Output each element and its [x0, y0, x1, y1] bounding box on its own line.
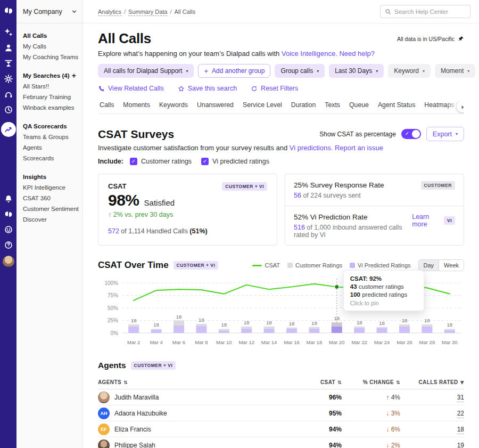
report-issue-link[interactable]: Report an issue — [335, 144, 383, 152]
tab-agent-status[interactable]: Agent Status — [376, 101, 417, 113]
tab-texts[interactable]: Texts — [323, 101, 342, 113]
timezone-text: All data is in US/Pacific — [397, 36, 455, 42]
csat-percentage-toggle[interactable]: ✓ — [401, 129, 421, 139]
toggle-knob — [412, 130, 420, 138]
pin-icon[interactable] — [458, 36, 464, 42]
sidebar-item-my-coaching-teams[interactable]: My Coaching Teams — [23, 52, 82, 62]
tooltip-title: CSAT: 92% — [350, 275, 417, 282]
plus-icon: + — [204, 67, 208, 75]
rated-calls-link[interactable]: 516 — [294, 224, 305, 231]
search-input[interactable] — [394, 9, 466, 15]
column-header-agents[interactable]: AGENTS⇅ — [98, 379, 299, 385]
sidebar-item-my-calls[interactable]: My Calls — [23, 41, 82, 52]
sidebar-item-agents[interactable]: Agents — [23, 142, 82, 153]
column-label: AGENTS — [98, 379, 121, 385]
agent-row-philippe-salah[interactable]: Philippe Salah94%↓ 2%19 — [98, 437, 464, 448]
company-switcher[interactable]: My Company — [16, 0, 82, 23]
column-label: CALLS RATED — [418, 379, 458, 385]
sidebar-item-all-calls[interactable]: All Calls — [23, 30, 82, 41]
agent-calls-rated-cell: 18 — [400, 426, 464, 433]
help-search-box[interactable] — [380, 5, 470, 18]
column-header-calls-rated[interactable]: CALLS RATED▼ — [400, 379, 464, 385]
filter-pill-add-another-group[interactable]: +Add another group — [198, 64, 270, 78]
filter-pills: All calls for Dialpad Support▾+Add anoth… — [98, 64, 464, 78]
sidebar-item-winback-examples[interactable]: Winback examples — [23, 102, 82, 113]
sidebar-heading-qa-scorecards: QA Scorecards — [23, 121, 82, 132]
rail-dialpad-mini-icon[interactable] — [4, 209, 13, 219]
tab-moments[interactable]: Moments — [121, 101, 152, 113]
rail-ai-sparkles-icon[interactable] — [4, 28, 13, 37]
tab-unanswered[interactable]: Unanswered — [195, 101, 235, 113]
rail-notifications-icon[interactable] — [4, 194, 13, 203]
granularity-day-button[interactable]: Day — [419, 260, 439, 271]
rail-analytics-icon[interactable] — [1, 122, 16, 137]
legend-customer-ratings: Customer Ratings — [287, 262, 342, 268]
tab-calls[interactable]: Calls — [98, 101, 115, 113]
svg-text:18: 18 — [289, 321, 295, 327]
tab-service-level[interactable]: Service Level — [241, 101, 284, 113]
export-button[interactable]: Export▾ — [426, 127, 464, 141]
tab-duration[interactable]: Duration — [290, 101, 317, 113]
agent-calls-rated[interactable]: 22 — [457, 410, 464, 418]
filter-pill-last-30-days[interactable]: Last 30 Days▾ — [329, 64, 384, 78]
vi-predictions-link[interactable]: Vi predictions. — [290, 144, 333, 152]
sidebar-item-teams-groups[interactable]: Teams & Groups — [23, 132, 82, 142]
sidebar-item-kpi-intelligence[interactable]: KPI Intelligence — [23, 182, 82, 193]
include-label: Include: — [98, 158, 123, 165]
pill-label: Group calls — [280, 67, 313, 75]
agent-calls-rated[interactable]: 18 — [457, 426, 464, 434]
chart-tooltip[interactable]: CSAT: 92% 43 customer ratings 100 predic… — [343, 270, 424, 311]
column-header-csat[interactable]: CSAT⇅ — [299, 379, 342, 385]
action-view-related-calls[interactable]: View Related Calls — [98, 85, 164, 92]
rail-feedback-icon[interactable] — [4, 225, 13, 234]
sidebar-item-scorecards[interactable]: Scorecards — [23, 153, 82, 164]
surveys-link[interactable]: 56 — [294, 192, 301, 199]
chart-area[interactable]: 0%25%50%75%100%18Mar 218Mar 418Mar 618Ma… — [98, 278, 464, 348]
filter-pill-keyword[interactable]: Keyword▾ — [388, 64, 431, 78]
filter-pill-all-calls-for-dialpad-support[interactable]: All calls for Dialpad Support▾ — [98, 64, 194, 78]
svg-text:Mar 12: Mar 12 — [238, 339, 254, 345]
action-reset-filters[interactable]: Reset Filters — [251, 85, 298, 92]
filter-pill-group-calls[interactable]: Group calls▾ — [275, 64, 325, 78]
chart-badge: CUSTOMER + VI — [174, 261, 219, 270]
column-header-change[interactable]: % CHANGE⇅ — [342, 379, 400, 385]
sidebar-item-all-stars[interactable]: All Stars!! — [23, 81, 82, 92]
action-save-this-search[interactable]: Save this search — [178, 85, 237, 92]
agent-row-judith-maravilla[interactable]: Judith Maravilla96%↑ 4%31 — [98, 389, 464, 405]
svg-text:Mar 18: Mar 18 — [307, 339, 323, 345]
agent-csat: 95% — [299, 410, 342, 417]
learn-more-link[interactable]: Learn more — [412, 213, 437, 228]
rail-help-icon[interactable] — [4, 240, 13, 250]
granularity-week-button[interactable]: Week — [439, 260, 464, 271]
rail-history-icon[interactable] — [4, 105, 13, 115]
checkbox-customer-ratings[interactable]: ✓Customer ratings — [130, 158, 192, 165]
handled-calls-link[interactable]: 572 — [108, 227, 119, 235]
rail-coaching-hub-icon[interactable] — [4, 59, 13, 68]
need-help-link[interactable]: Need help? — [339, 50, 375, 58]
agent-calls-rated[interactable]: 19 — [457, 442, 464, 448]
filter-pill-moment[interactable]: Moment▾ — [435, 64, 475, 78]
breadcrumb-analytics[interactable]: Analytics — [98, 9, 121, 16]
rail-user-avatar[interactable] — [3, 256, 14, 267]
tab-keywords[interactable]: Keywords — [158, 101, 189, 113]
sort-icon: ▼ — [460, 380, 464, 385]
rail-settings-icon[interactable] — [4, 74, 13, 84]
agent-row-adaora-hazubuike[interactable]: AHAdaora Hazubuike95%↓ 3%22 — [98, 405, 464, 421]
svg-text:18: 18 — [199, 317, 204, 323]
rail-contacts-icon[interactable] — [4, 43, 13, 53]
rates-card: 25% Survey Response Rate 56 of 224 surve… — [285, 174, 464, 246]
breadcrumb-summary-data[interactable]: Summary Data — [128, 9, 167, 16]
checkbox-vi-predicted-ratings[interactable]: ✓Vi predicted ratings — [201, 158, 269, 165]
agent-calls-rated[interactable]: 31 — [457, 394, 464, 402]
pill-label: Keyword — [394, 67, 419, 75]
sidebar-item-february-training[interactable]: February Training — [23, 92, 82, 102]
sidebar-item-discover[interactable]: Discover — [23, 214, 82, 225]
sidebar-item-customer-sentiment[interactable]: Customer Sentiment — [23, 203, 82, 214]
agent-row-eliza-francis[interactable]: EFEliza Francis94%↓ 6%18 — [98, 421, 464, 437]
voice-intelligence-link[interactable]: Voice Intelligence. — [282, 50, 337, 58]
sidebar-item-csat-360[interactable]: CSAT 360 — [23, 193, 82, 203]
csat-over-time-section: CSAT Over Time CUSTOMER + VI CSATCustome… — [98, 259, 464, 348]
add-search-button[interactable]: + — [72, 72, 76, 79]
tab-queue[interactable]: Queue — [348, 101, 370, 113]
rail-support-headset-icon[interactable] — [4, 89, 13, 99]
